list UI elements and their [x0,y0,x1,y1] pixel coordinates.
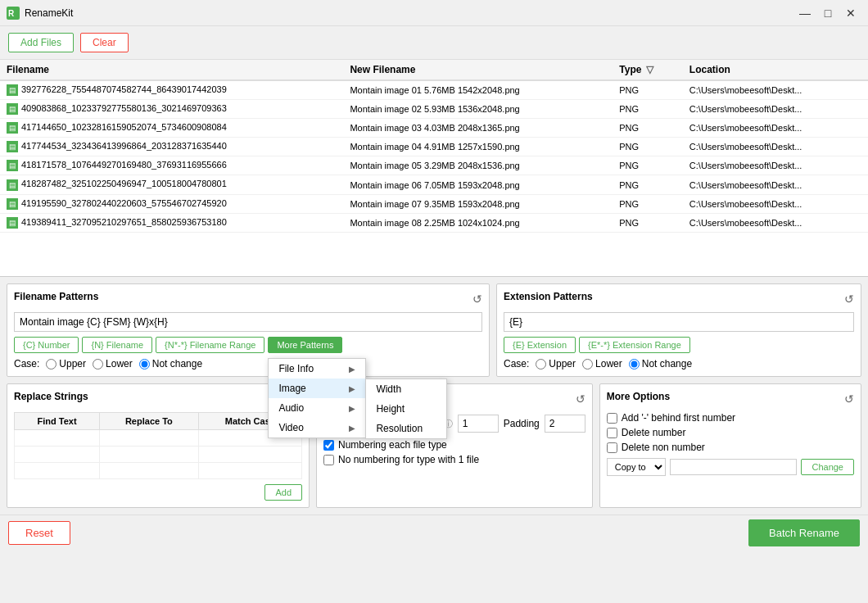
submenu-arrow-file-info: ▶ [349,365,355,374]
step-value-input[interactable] [458,415,499,433]
app-icon: R [7,7,20,20]
ext-case-not-change-radio[interactable] [629,359,640,370]
window-controls: — □ ✕ [794,5,861,21]
cell-location: C:\Users\mobeesoft\Deskt... [683,194,868,213]
add-files-button[interactable]: Add Files [8,33,74,52]
replace-strings-title: Replace Strings [14,391,88,402]
ext-case-upper-radio[interactable] [536,359,546,370]
filename-patterns-header: Filename Patterns ↺ [14,291,482,307]
table-row[interactable]: ▤409083868_10233792775580136_30214697093… [0,100,868,119]
cell-type: PNG [613,213,683,232]
menu-item-video[interactable]: Video ▶ [269,418,365,438]
ext-case-lower-radio[interactable] [582,359,593,370]
case-not-change-label[interactable]: Not change [139,358,202,370]
cell-filename: ▤392776228_7554487074582744_864390174420… [0,80,343,100]
table-row[interactable]: ▤417144650_10232816159052074_57346009080… [0,119,868,138]
table-row[interactable]: ▤417744534_323436413996864_2031283716354… [0,138,868,156]
delete-number-checkbox[interactable] [607,428,617,438]
case-not-change-radio[interactable] [139,359,150,370]
ext-case-lower-label[interactable]: Lower [582,358,622,370]
cell-type: PNG [613,175,683,194]
pattern-buttons: {C} Number {N} Filename {N*-*} Filename … [14,337,482,353]
extension-patterns-refresh-icon[interactable]: ↺ [844,292,854,306]
table-header-row: Filename New Filename Type ▽ Location [0,60,868,80]
table-row[interactable]: ▤419389411_327095210297651_8580259367531… [0,213,868,232]
filename-pattern-input[interactable] [14,312,482,332]
cell-location: C:\Users\mobeesoft\Deskt... [683,119,868,138]
cell-new-filename: Montain image 01 5.76MB 1542x2048.png [343,80,613,100]
more-options-refresh-icon[interactable]: ↺ [844,392,854,406]
btn-more-patterns[interactable]: More Patterns [268,337,342,353]
btn-n-range[interactable]: {N*-*} Filename Range [156,337,264,353]
table-row[interactable]: ▤418287482_325102250496947_1005180047808… [0,175,868,194]
ext-case-upper-label[interactable]: Upper [536,358,576,370]
filter-icon[interactable]: ▽ [646,64,653,75]
cell-new-filename: Montain image 08 2.25MB 1024x1024.png [343,213,613,232]
change-button[interactable]: Change [801,459,854,475]
case-lower-radio[interactable] [93,359,103,370]
close-button[interactable]: ✕ [840,5,861,21]
replace-table-header: Find Text Replace To Match Case [15,413,302,430]
batch-rename-button[interactable]: Batch Rename [748,519,860,546]
numbering-each-type-checkbox[interactable] [323,440,334,451]
ext-pattern-buttons: {E} Extension {E*-*} Extension Range [504,337,854,353]
more-patterns-dropdown: More Patterns File Info ▶ Image ▶ Wid [268,337,342,353]
menu-item-audio[interactable]: Audio ▶ [269,398,365,418]
btn-e-extension[interactable]: {E} Extension [504,337,576,353]
cell-new-filename: Montain image 03 4.03MB 2048x1365.png [343,119,613,138]
btn-c-number[interactable]: {C} Number [14,337,79,353]
case-upper-radio[interactable] [46,359,57,370]
numbering-refresh-icon[interactable]: ↺ [576,392,585,406]
cell-type: PNG [613,138,683,156]
reset-button[interactable]: Reset [8,521,70,545]
maximize-button[interactable]: □ [817,5,839,21]
cell-filename: ▤418287482_325102250496947_1005180047808… [0,175,343,194]
delete-non-number-checkbox[interactable] [607,442,617,453]
cell-new-filename: Montain image 04 4.91MB 1257x1590.png [343,138,613,156]
clear-button[interactable]: Clear [80,33,129,52]
file-table-container[interactable]: Filename New Filename Type ▽ Location [0,60,868,277]
filename-patterns-panel: Filename Patterns ↺ {C} Number {N} Filen… [7,283,490,377]
filename-patterns-refresh-icon[interactable]: ↺ [472,292,482,306]
menu-item-image[interactable]: Image ▶ Width Height Resolution [269,379,365,398]
cell-location: C:\Users\mobeesoft\Deskt... [683,80,868,100]
add-replace-button[interactable]: Add [264,484,302,501]
submenu-arrow-video: ▶ [349,424,355,433]
cell-filename: ▤417744534_323436413996864_2031283716354… [0,138,343,156]
submenu-resolution[interactable]: Resolution [366,419,446,438]
btn-e-range[interactable]: {E*-*} Extension Range [579,337,690,353]
col-header-filename: Filename [0,60,343,80]
add-dash-checkbox[interactable] [607,413,617,424]
copy-select[interactable]: Copy to Move to [607,458,666,476]
minimize-button[interactable]: — [794,5,816,21]
cell-location: C:\Users\mobeesoft\Deskt... [683,138,868,156]
ext-case-not-change-label[interactable]: Not change [629,358,692,370]
submenu-height[interactable]: Height [366,399,446,419]
case-lower-label[interactable]: Lower [93,358,133,370]
extension-pattern-input[interactable] [504,312,854,332]
menu-item-file-info[interactable]: File Info ▶ [269,359,365,379]
extension-case-row: Case: Upper Lower Not change [504,358,854,370]
padding-value-input[interactable] [545,415,585,433]
btn-n-filename[interactable]: {N} Filename [82,337,152,353]
filename-case-row: Case: Upper Lower Not change [14,358,482,370]
submenu-width[interactable]: Width [366,379,446,399]
no-numbering-single-checkbox[interactable] [323,455,334,465]
table-row[interactable]: ▤392776228_7554487074582744_864390174420… [0,80,868,100]
more-options-panel: More Options ↺ Add '-' behind first numb… [599,383,861,508]
submenu-arrow-image: ▶ [349,384,355,393]
replace-strings-panel: Replace Strings Find Text Replace To Mat… [7,383,310,508]
submenu-arrow-audio: ▶ [349,404,355,413]
case-upper-label[interactable]: Upper [46,358,86,370]
table-row[interactable]: ▤418171578_1076449270169480_376931169556… [0,156,868,175]
copy-path-input[interactable] [670,459,798,475]
file-icon: ▤ [7,217,18,229]
cell-filename: ▤419389411_327095210297651_8580259367531… [0,213,343,232]
cell-type: PNG [613,156,683,175]
svg-text:R: R [8,9,15,18]
col-replace-to: Replace To [100,413,199,430]
file-table-body: ▤392776228_7554487074582744_864390174420… [0,80,868,232]
col-header-new-filename: New Filename [343,60,613,80]
table-row[interactable]: ▤419195590_327802440220603_5755467027459… [0,194,868,213]
col-header-type: Type ▽ [613,60,683,80]
